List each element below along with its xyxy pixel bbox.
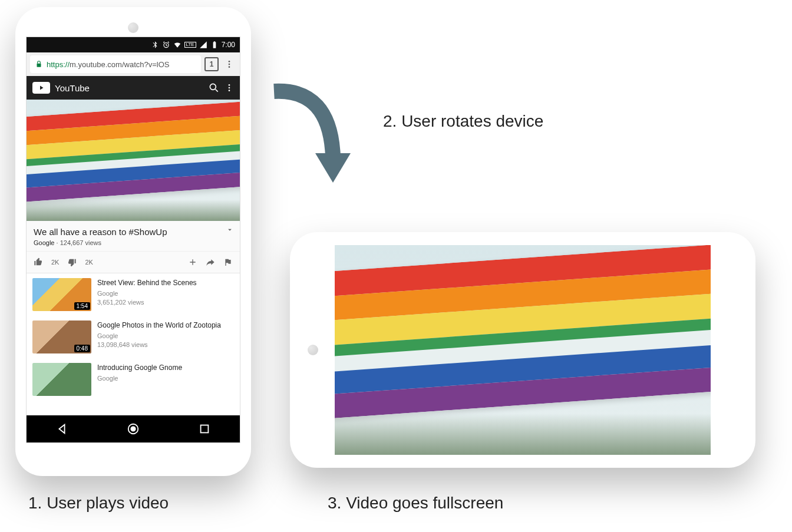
screen: LTE 7:00 https://m.youtube.com/watch?v=l… <box>26 37 240 443</box>
url-rest: m.youtube.com/watch?v=lOS <box>70 60 169 69</box>
svg-rect-13 <box>200 425 208 433</box>
related-item[interactable]: 0:48 Google Photos in the World of Zooto… <box>27 316 240 358</box>
related-item[interactable]: 1:54 Street View: Behind the Scenes Goog… <box>27 273 240 316</box>
dislike-count: 2K <box>85 259 93 266</box>
browser-menu-button[interactable] <box>222 60 236 69</box>
url-scheme: https:// <box>47 60 70 69</box>
video-subtitle: Google · 124,667 views <box>34 239 233 246</box>
like-count: 2K <box>51 259 59 266</box>
youtube-title: YouTube <box>55 83 203 93</box>
duration-badge: 0:48 <box>74 345 90 352</box>
svg-point-12 <box>131 427 135 431</box>
svg-point-4 <box>229 61 230 62</box>
palms <box>27 200 240 221</box>
video-thumbnail: 1:54 <box>32 278 91 311</box>
svg-point-10 <box>229 90 230 91</box>
related-meta: Google Photos in the World of Zootopia G… <box>97 320 221 353</box>
svg-rect-3 <box>37 64 41 67</box>
bluetooth-icon <box>151 41 159 49</box>
related-channel: Google <box>97 289 197 298</box>
duration-badge: 1:54 <box>74 302 90 310</box>
android-nav-bar <box>27 415 240 442</box>
android-status-bar: LTE 7:00 <box>27 37 240 52</box>
video-meta: We all have a reason to #ShowUp Google ·… <box>27 221 240 252</box>
more-vert-icon[interactable] <box>225 83 234 92</box>
tab-count-button[interactable]: 1 <box>204 57 219 71</box>
video-fullscreen[interactable] <box>335 245 711 455</box>
speaker-grille <box>128 22 138 33</box>
browser-url-bar: https://m.youtube.com/watch?v=lOS 1 <box>27 52 240 76</box>
svg-point-7 <box>210 84 216 90</box>
related-channel: Google <box>97 374 182 383</box>
caption-step-1: 1. User plays video <box>28 494 169 513</box>
youtube-header: YouTube <box>27 76 240 100</box>
lock-icon <box>35 60 43 68</box>
video-title: We all have a reason to #ShowUp <box>34 227 233 237</box>
svg-rect-2 <box>213 41 214 42</box>
phone-landscape <box>290 232 755 468</box>
video-thumbnail <box>32 363 91 396</box>
share-icon[interactable] <box>206 257 215 267</box>
thumbs-up-icon[interactable] <box>34 257 43 267</box>
chevron-down-icon[interactable] <box>226 226 234 234</box>
more-vert-icon <box>225 60 234 69</box>
svg-rect-1 <box>213 42 216 48</box>
rainbow-flag <box>27 101 240 203</box>
svg-point-5 <box>229 64 230 65</box>
flag-icon[interactable] <box>223 257 233 267</box>
recents-icon[interactable] <box>198 422 211 435</box>
related-title: Street View: Behind the Scenes <box>97 278 197 288</box>
svg-point-6 <box>229 66 230 68</box>
caption-step-2: 2. User rotates device <box>383 112 543 131</box>
palms <box>335 414 711 455</box>
screen-fullscreen <box>331 242 714 458</box>
svg-point-9 <box>229 87 230 89</box>
home-icon[interactable] <box>127 422 140 435</box>
add-icon[interactable] <box>188 257 197 267</box>
alarm-icon <box>162 41 170 49</box>
video-views: 124,667 views <box>60 239 101 246</box>
status-time: 7:00 <box>222 41 235 49</box>
related-meta: Introducing Google Gnome Google <box>97 363 182 396</box>
related-meta: Street View: Behind the Scenes Google 3,… <box>97 278 197 311</box>
related-list: 1:54 Street View: Behind the Scenes Goog… <box>27 273 240 401</box>
rainbow-flag <box>335 245 711 420</box>
related-views: 13,098,648 views <box>97 341 221 349</box>
video-channel[interactable]: Google <box>34 239 54 246</box>
caption-step-3: 3. Video goes fullscreen <box>328 494 503 513</box>
tab-count: 1 <box>210 60 214 68</box>
cell-signal-icon <box>199 41 207 49</box>
url-field[interactable]: https://m.youtube.com/watch?v=lOS <box>30 55 201 73</box>
related-views: 3,651,202 views <box>97 298 197 307</box>
video-player[interactable] <box>27 100 240 221</box>
youtube-logo-icon[interactable] <box>32 82 50 94</box>
battery-icon <box>210 41 219 49</box>
phone-portrait: LTE 7:00 https://m.youtube.com/watch?v=l… <box>15 7 251 476</box>
thumbs-down-icon[interactable] <box>67 257 77 267</box>
signal-label: LTE <box>184 42 196 48</box>
speaker-grille <box>308 345 318 355</box>
wifi-icon <box>173 41 182 49</box>
rotate-arrow-icon <box>265 77 371 194</box>
video-actions: 2K 2K <box>27 252 240 273</box>
related-title: Google Photos in the World of Zootopia <box>97 320 221 331</box>
related-title: Introducing Google Gnome <box>97 363 182 373</box>
video-thumbnail: 0:48 <box>32 320 91 353</box>
related-channel: Google <box>97 332 221 341</box>
play-icon <box>38 84 45 91</box>
svg-point-8 <box>229 84 230 86</box>
back-icon[interactable] <box>55 422 68 435</box>
related-item[interactable]: Introducing Google Gnome Google <box>27 358 240 401</box>
search-icon[interactable] <box>208 82 220 94</box>
